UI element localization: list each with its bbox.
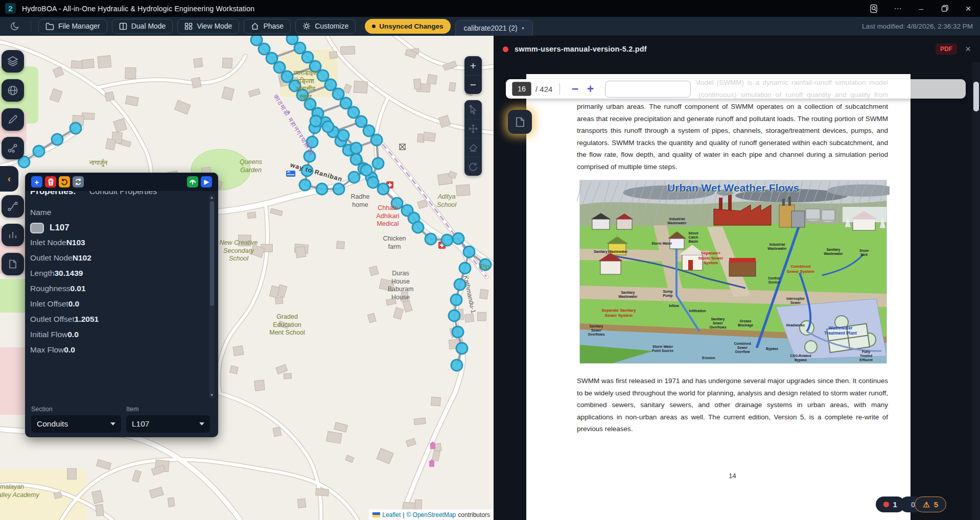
status-pills: 1 0 ⚠ 5 (876, 497, 946, 512)
zoom-in-button[interactable]: + (464, 56, 482, 75)
draw-button[interactable] (2, 108, 24, 131)
dark-mode-toggle[interactable] (6, 19, 24, 33)
pdf-paragraph-2: SWMM was first released in 1971 and has … (577, 375, 888, 435)
field-row-roughness[interactable]: Roughness0.01 (30, 281, 206, 296)
charts-button[interactable] (2, 224, 24, 246)
eraser-icon (468, 143, 478, 153)
unsaved-indicator-icon (503, 46, 508, 52)
gear-icon (302, 22, 311, 30)
globe-icon (7, 85, 18, 96)
section-select[interactable]: Conduits (31, 415, 121, 433)
pdf-scrollbar-thumb[interactable] (973, 82, 979, 111)
minimize-button[interactable]: – (909, 0, 933, 17)
zoom-out-button[interactable]: − (464, 75, 482, 94)
project-tab-calibrate2021[interactable]: calibrate2021 (2) ● (455, 20, 533, 36)
rotate-tool-button[interactable] (464, 157, 482, 176)
collapse-caret-icon[interactable]: ⌃ (200, 191, 206, 194)
ukraine-flag-icon (372, 512, 380, 517)
pdf-toolbar: / 424 − + (506, 79, 966, 99)
page-total: / 424 (535, 85, 552, 93)
color-swatch[interactable] (30, 223, 44, 233)
app-icon: 2 (5, 3, 16, 14)
scrollbar-thumb[interactable] (210, 201, 214, 306)
run-button[interactable]: ▶ (201, 176, 212, 187)
eraser-tool-button[interactable] (464, 138, 482, 157)
page-nav-group: / 424 − + (506, 79, 697, 99)
warning-icon: ⚠ (923, 500, 929, 509)
add-button[interactable]: + (31, 176, 42, 187)
dual-mode-button[interactable]: Dual Mode (112, 19, 173, 34)
pdf-header: swmm-users-manual-version-5.2.pdf PDF × (494, 36, 980, 62)
undo-button[interactable] (59, 176, 70, 187)
map-canvas[interactable]: प्याराडाइज इङ्लिश आवासीय स्कूल नागार्जुन… (0, 36, 494, 520)
name-field-label: Name (30, 208, 206, 217)
chevron-down-icon (199, 422, 204, 426)
name-field-value: L107 (50, 223, 69, 233)
search-sidebar-icon[interactable] (862, 0, 886, 17)
pdf-viewer: swmm-users-manual-version-5.2.pdf PDF × … (494, 36, 980, 520)
hotel-poi-icon (286, 171, 295, 177)
leaflet-link[interactable]: Leaflet (382, 511, 401, 518)
scroll-down-icon[interactable]: ▼ (209, 393, 215, 397)
collapse-sidebar-button[interactable]: ‹ (0, 166, 18, 192)
window-titlebar: 2 HydroBOA - All-in-One Hydraulic & Hydr… (0, 0, 980, 17)
select-tool-button[interactable] (464, 100, 482, 119)
thumbnails-toggle-button[interactable] (508, 110, 532, 134)
network-button[interactable] (2, 137, 24, 159)
warning-count-badge[interactable]: ⚠ 5 (915, 497, 946, 512)
scroll-up-icon[interactable]: ▲ (209, 195, 215, 200)
pdf-close-button[interactable]: × (965, 43, 971, 55)
pdf-zoom-in-button[interactable]: + (582, 82, 598, 96)
route-button[interactable] (2, 195, 24, 218)
basemap-button[interactable] (2, 79, 24, 102)
upload-button[interactable] (187, 176, 198, 187)
window-title: HydroBOA - All-in-One Hydraulic & Hydrol… (22, 5, 254, 13)
cursor-icon (468, 105, 478, 115)
report-button[interactable] (2, 253, 24, 275)
error-dot-icon (883, 502, 889, 507)
figure-title: Urban Wet Weather Flows (667, 182, 799, 194)
field-row-outlet-node[interactable]: Outlet NodeN102 (30, 250, 206, 266)
pdf-page-number: 14 (577, 472, 888, 480)
file-manager-button[interactable]: File Manager (38, 19, 107, 34)
phase-button[interactable]: Phase (244, 19, 291, 34)
name-field-row[interactable]: L107 (30, 221, 206, 235)
unsaved-dot-icon: ● (522, 26, 524, 31)
field-row-inlet-node[interactable]: Inlet NodeN103 (30, 235, 206, 250)
main-toolbar: File Manager Dual Mode View Mode Phase C… (0, 17, 980, 36)
customize-button[interactable]: Customize (295, 19, 356, 34)
close-button[interactable]: × (956, 0, 980, 17)
move-tool-button[interactable] (464, 119, 482, 138)
layers-button[interactable] (2, 50, 24, 73)
trash-icon (48, 178, 54, 185)
unsynced-changes-badge[interactable]: Unsynced Changes (365, 19, 450, 34)
sync-button[interactable] (73, 176, 84, 187)
pdf-scrollbar[interactable] (972, 62, 980, 520)
pdf-type-badge: PDF (936, 43, 957, 55)
dual-pane-icon (119, 22, 127, 30)
osm-link[interactable]: © OpenStreetMap (406, 511, 456, 518)
field-row-initial-flow[interactable]: Initial Flow0.0 (30, 327, 206, 342)
item-select[interactable]: L107 (126, 415, 210, 433)
error-count-badge[interactable]: 1 (876, 497, 905, 512)
delete-button[interactable] (45, 176, 56, 187)
folder-icon (46, 23, 54, 30)
branch-nodes-icon (7, 143, 18, 154)
field-row-outlet-offset[interactable]: Outlet Offset1.2051 (30, 312, 206, 327)
more-menu-icon[interactable]: ⋯ (886, 0, 909, 17)
rotate-icon (468, 161, 478, 172)
map-zoom-controls: + − (464, 56, 482, 94)
panel-scrollbar[interactable]: ▲ ▼ (209, 194, 215, 398)
view-mode-button[interactable]: View Mode (177, 19, 239, 34)
unsynced-dot-icon (372, 25, 376, 28)
page-number-input[interactable] (512, 82, 531, 96)
pdf-zoom-out-button[interactable]: − (567, 82, 582, 96)
pdf-search-input[interactable] (605, 81, 691, 98)
field-row-max-flow[interactable]: Max Flow0.0 (30, 342, 206, 358)
restore-button[interactable] (933, 0, 956, 17)
home-icon (251, 22, 259, 30)
field-row-inlet-offset[interactable]: Inlet Offset0.0 (30, 296, 206, 312)
section-label: Section (31, 406, 121, 413)
field-row-length[interactable]: Length30.1439 (30, 266, 206, 281)
pdf-filename: swmm-users-manual-version-5.2.pdf (515, 45, 647, 53)
